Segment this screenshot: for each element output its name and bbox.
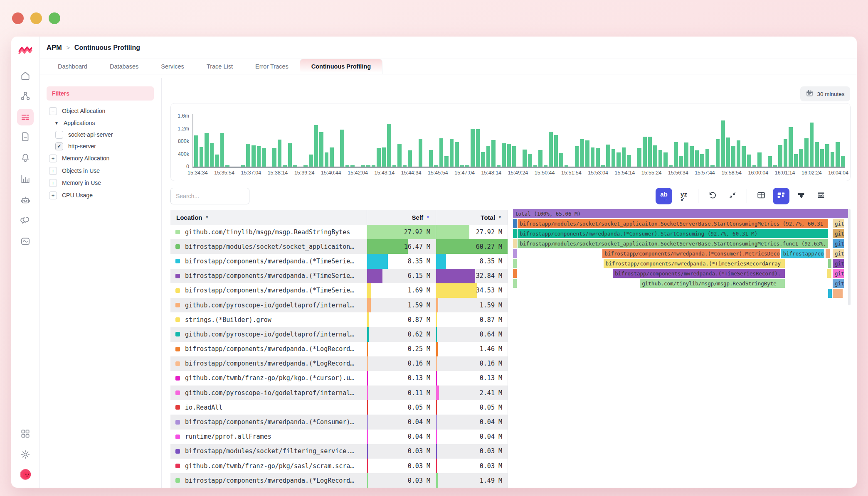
filter-http-server[interactable]: ✓http-server <box>55 142 96 151</box>
filter-applications[interactable]: ▼Applications <box>54 118 95 128</box>
tab-trace-list[interactable]: Trace List <box>195 59 244 74</box>
flame-frame[interactable]: gith <box>833 249 844 258</box>
flame-frame[interactable]: gith <box>833 279 844 288</box>
table-row[interactable]: github.com/pyroscope-io/godeltaprof/inte… <box>170 386 508 400</box>
flame-frame[interactable] <box>828 289 831 298</box>
table-row[interactable]: bifrostapp/components/mwredpanda.(*LogRe… <box>170 356 508 371</box>
table-row[interactable]: bifrostapp/components/mwredpanda.(*TimeS… <box>170 269 508 283</box>
undo-button[interactable] <box>704 188 721 204</box>
filter-object-allocation[interactable]: −Object Allocation <box>49 106 105 115</box>
sort-caret-icon[interactable]: ▼ <box>205 215 209 219</box>
expand-plus-icon[interactable]: + <box>49 155 57 162</box>
sidebar-item-infrastructure[interactable] <box>17 88 34 104</box>
table-row[interactable]: github.com/twmb/franz-go/pkg/sasl/scram.… <box>170 459 508 473</box>
flame-frame[interactable]: bifrostapp/modules/socket/socket_applica… <box>518 239 828 248</box>
sort-alphabetical-button[interactable]: ab→ <box>656 188 672 204</box>
location-cell[interactable]: github.com/tinylib/msgp/msgp.ReadStringB… <box>170 225 367 239</box>
table-row[interactable]: bifrostapp/components/mwredpanda.(*TimeS… <box>170 283 508 298</box>
location-cell[interactable]: github.com/pyroscope-io/godeltaprof/inte… <box>170 298 367 312</box>
column-header-location[interactable]: Location▼ <box>170 210 367 225</box>
sidebar-item-chat[interactable] <box>17 212 34 229</box>
table-row[interactable]: bifrostapp/components/mwredpanda.(*LogRe… <box>170 473 508 488</box>
expand-plus-icon[interactable]: + <box>49 192 57 199</box>
table-row[interactable]: bifrostapp/components/mwredpanda.(*TimeS… <box>170 254 508 268</box>
tab-continuous-profiling[interactable]: Continuous Profiling <box>300 59 382 74</box>
location-cell[interactable]: bifrostapp/components/mwredpanda.(*LogRe… <box>170 473 367 488</box>
checkbox-unchecked[interactable] <box>55 131 63 139</box>
table-row[interactable]: github.com/tinylib/msgp/msgp.ReadStringB… <box>170 225 508 239</box>
tab-dashboard[interactable]: Dashboard <box>47 59 99 74</box>
collapse-button[interactable] <box>724 188 741 204</box>
flame-frame[interactable] <box>513 239 517 248</box>
flame-frame[interactable] <box>833 289 843 298</box>
sidebar-item-logs[interactable] <box>17 128 34 145</box>
location-cell[interactable]: bifrostapp/modules/socket/socket_applica… <box>170 239 367 254</box>
flame-frame[interactable] <box>513 249 517 258</box>
flame-frame[interactable] <box>828 259 831 268</box>
search-input[interactable] <box>170 188 249 204</box>
filter-socket-api-server[interactable]: socket-api-server <box>55 130 113 139</box>
table-flame-view-button[interactable] <box>773 188 789 204</box>
flame-frame[interactable] <box>827 269 831 278</box>
table-row[interactable]: github.com/twmb/franz-go/pkg/kgo.(*curso… <box>170 371 508 386</box>
flame-frame[interactable]: bifrostapp/components/mwredpanda.(*Consu… <box>602 249 780 258</box>
table-row[interactable]: bifrostapp/modules/socket/filtering_serv… <box>170 444 508 459</box>
table-row[interactable]: io.ReadAll0.05 M0.05 M <box>170 400 508 415</box>
flame-frame[interactable] <box>513 219 517 228</box>
location-cell[interactable]: io.ReadAll <box>170 400 367 415</box>
flame-frame[interactable]: bifrostapp/components/mwredpanda.(*TimeS… <box>613 269 785 278</box>
location-cell[interactable]: bifrostapp/components/mwredpanda.(*TimeS… <box>170 254 367 268</box>
flame-frame[interactable] <box>513 259 517 268</box>
location-cell[interactable]: github.com/twmb/franz-go/pkg/sasl/scram.… <box>170 459 367 473</box>
sidebar-item-settings[interactable] <box>17 446 34 463</box>
location-cell[interactable]: github.com/twmb/franz-go/pkg/kgo.(*curso… <box>170 371 367 386</box>
tab-services[interactable]: Services <box>150 59 195 74</box>
flame-frame[interactable]: gith <box>833 239 844 248</box>
flame-frame[interactable] <box>513 269 517 278</box>
allocation-histogram[interactable] <box>194 116 845 167</box>
table-view-button[interactable] <box>753 188 769 204</box>
flame-frame[interactable]: gith <box>833 269 844 278</box>
location-cell[interactable]: github.com/pyroscope-io/godeltaprof/inte… <box>170 327 367 341</box>
table-row[interactable]: github.com/pyroscope-io/godeltaprof/inte… <box>170 298 508 312</box>
location-cell[interactable]: runtime/pprof.allFrames <box>170 430 367 444</box>
sidebar-item-profiling[interactable] <box>17 109 34 125</box>
sidebar-item-dashboards[interactable] <box>17 171 34 187</box>
filter-memory-allocation[interactable]: +Memory Allocation <box>49 154 109 163</box>
flame-frame[interactable]: bifrostapp/modules/socket/socket_applica… <box>518 219 828 228</box>
location-cell[interactable]: bifrostapp/modules/socket/filtering_serv… <box>170 444 367 459</box>
flame-frame[interactable]: gith <box>833 219 844 228</box>
sort-reverse-button[interactable]: yz↙ <box>676 188 692 204</box>
breadcrumb-root[interactable]: APM <box>47 44 62 52</box>
sidebar-item-alerts[interactable] <box>17 150 34 166</box>
table-row[interactable]: github.com/pyroscope-io/godeltaprof/inte… <box>170 327 508 341</box>
column-header-self[interactable]: Self▼ <box>367 210 436 225</box>
sidebar-item-apps[interactable] <box>17 425 34 442</box>
collapse-minus-icon[interactable]: − <box>49 107 57 115</box>
table-row[interactable]: bifrostapp/components/mwredpanda.(*Consu… <box>170 415 508 429</box>
checkbox-checked[interactable]: ✓ <box>55 142 63 150</box>
close-button[interactable] <box>12 12 24 24</box>
table-row[interactable]: strings.(*Builder).grow0.87 M0.87 M <box>170 312 508 327</box>
flame-frame[interactable]: bifrostapp/components/mwredpanda.(*Consu… <box>518 229 828 238</box>
zoom-button[interactable] <box>49 12 60 24</box>
table-row[interactable]: bifrostapp/modules/socket/socket_applica… <box>170 239 508 254</box>
filter-cpu-usage[interactable]: +CPU Usage <box>49 191 93 200</box>
sort-caret-icon[interactable]: ▼ <box>498 215 502 219</box>
expand-plus-icon[interactable]: + <box>49 179 57 187</box>
column-header-total[interactable]: Total▼ <box>436 210 508 225</box>
tab-error-traces[interactable]: Error Traces <box>244 59 300 74</box>
location-cell[interactable]: strings.(*Builder).grow <box>170 312 367 327</box>
table-row[interactable]: bifrostapp/components/mwredpanda.(*LogRe… <box>170 342 508 356</box>
sidebar-user-avatar[interactable] <box>17 466 34 483</box>
filter-objects-in-use[interactable]: +Objects in Use <box>49 166 100 175</box>
sidebar-item-home[interactable] <box>17 67 34 84</box>
expand-plus-icon[interactable]: + <box>49 167 57 175</box>
flame-frame[interactable]: gith <box>833 229 844 238</box>
flame-frame[interactable]: gith <box>833 259 844 268</box>
flame-frame[interactable]: bifrostapp/components/mwredpanda.(*TimeS… <box>604 259 785 268</box>
time-range-button[interactable]: 30 minutes <box>800 86 850 101</box>
sort-caret-icon[interactable]: ▼ <box>426 215 430 219</box>
sidebar-item-bot[interactable] <box>17 192 34 209</box>
table-row[interactable]: runtime/pprof.allFrames0.04 M0.04 M <box>170 430 508 444</box>
